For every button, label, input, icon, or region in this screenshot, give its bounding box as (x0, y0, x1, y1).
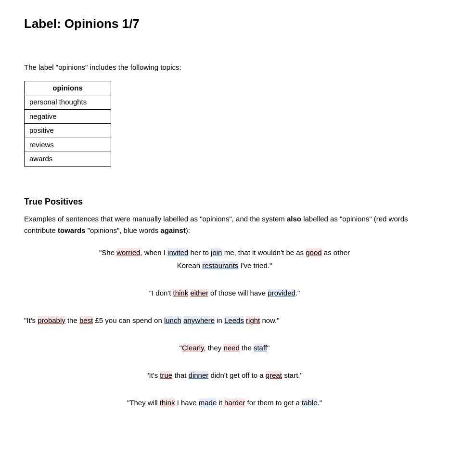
table-row: personal thoughts (25, 95, 111, 110)
highlight-table: table (302, 399, 318, 407)
table-row: positive (25, 124, 111, 138)
highlight-great: great (266, 371, 282, 379)
s6-text: "They will think I have made it harder f… (127, 399, 322, 407)
highlight-lunch: lunch (164, 316, 181, 324)
highlight-staff: staff (254, 344, 267, 352)
desc-part3: "opinions", blue words (86, 226, 161, 234)
s4-text: "Clearly, they need the staff" (180, 344, 270, 352)
desc-bold2: towards (58, 226, 86, 234)
s2-text: "I don't think either of those will have… (149, 289, 300, 297)
true-positives-heading: True Positives (24, 195, 425, 208)
highlight-right: right (246, 316, 260, 324)
highlight-made: made (199, 399, 217, 407)
sentence-2: "I don't think either of those will have… (149, 286, 300, 299)
table-row: reviews (25, 138, 111, 152)
highlight-restaurants: restaurants (202, 261, 238, 270)
highlight-dinner: dinner (189, 371, 209, 379)
highlight-think-s2: think (173, 289, 189, 297)
highlight-probably: probably (38, 316, 65, 324)
desc-bold3: against (160, 226, 186, 234)
highlight-clearly: Clearly (182, 344, 204, 352)
highlight-harder: harder (224, 399, 245, 407)
highlight-true: true (160, 371, 172, 379)
topics-table: opinions personal thoughts negative posi… (24, 81, 111, 167)
highlight-join: join (211, 248, 222, 257)
highlight-best: best (79, 316, 93, 324)
s3-text: "It's probably the best £5 you can spend… (24, 316, 280, 324)
highlight-Leeds: Leeds (224, 316, 244, 324)
intro-text: The label "opinions" includes the follow… (24, 62, 425, 73)
highlight-need: need (223, 344, 239, 352)
sentence-4: "Clearly, they need the staff" (180, 341, 270, 354)
table-row: negative (25, 109, 111, 124)
desc-part4: ): (186, 226, 190, 234)
description: Examples of sentences that were manually… (24, 213, 425, 236)
sentences-section: "She worried, when I invited her to join… (24, 246, 425, 409)
highlight-either: either (190, 289, 208, 297)
highlight-invited: invited (167, 248, 188, 257)
sentence-6: "They will think I have made it harder f… (127, 396, 322, 409)
highlight-good: good (306, 248, 321, 257)
s5-text: "It's true that dinner didn't get off to… (146, 371, 303, 379)
table-row: awards (25, 152, 111, 167)
highlight-anywhere: anywhere (183, 316, 215, 324)
highlight-think-s6: think (160, 399, 175, 407)
s1-text: "She worried, when I invited her to join… (99, 248, 350, 270)
highlight-worried: worried (116, 248, 140, 257)
table-header: opinions (25, 81, 111, 95)
sentence-3: "It's probably the best £5 you can spend… (24, 314, 280, 327)
sentence-5: "It's true that dinner didn't get off to… (146, 369, 303, 382)
sentence-1: "She worried, when I invited her to join… (99, 246, 350, 272)
highlight-provided: provided (268, 289, 295, 297)
page-title: Label: Opinions 1/7 (24, 14, 425, 33)
desc-part1: Examples of sentences that were manually… (24, 215, 287, 223)
desc-bold1: also (287, 215, 301, 223)
